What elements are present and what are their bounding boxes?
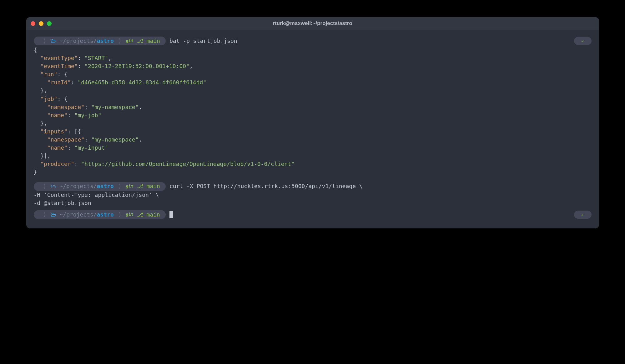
git-branch: main — [147, 182, 160, 190]
status-badge: ✓ — [574, 211, 592, 219]
json-output: { "eventType": "START", "eventTime": "20… — [34, 46, 592, 177]
folder-icon: 🗁 — [51, 182, 56, 190]
git-label: git — [126, 38, 134, 44]
prompt-segment-host: ) 🗁 ~/projects/astro ) git ⎇ main — [34, 210, 166, 219]
branch-icon: ⎇ — [137, 211, 144, 219]
separator: ) — [118, 211, 122, 219]
status-badge: ✓ — [574, 37, 592, 45]
git-label: git — [126, 212, 134, 217]
path: ~/projects/astro — [59, 37, 113, 45]
separator: ) — [43, 182, 47, 190]
branch-icon: ⎇ — [137, 37, 144, 45]
folder-icon: 🗁 — [51, 37, 56, 45]
minimize-icon[interactable] — [39, 21, 43, 26]
titlebar: rturk@maxwell:~/projects/astro — [26, 17, 599, 30]
terminal-body[interactable]: ) 🗁 ~/projects/astro ) git ⎇ main bat -p… — [26, 30, 599, 228]
path: ~/projects/astro — [59, 211, 113, 219]
prompt-row-2: ) 🗁 ~/projects/astro ) git ⎇ main curl -… — [34, 182, 592, 191]
prompt-segment-host: ) 🗁 ~/projects/astro ) git ⎇ main — [34, 182, 166, 191]
check-icon: ✓ — [581, 38, 584, 44]
branch-icon: ⎇ — [137, 182, 144, 190]
command-continuation: -H 'Content-Type: application/json' \ — [34, 191, 592, 199]
command-text: curl -X POST http://nuckles.rtrk.us:5000… — [169, 182, 363, 190]
window-controls — [31, 21, 52, 26]
path: ~/projects/astro — [59, 182, 113, 190]
git-branch: main — [147, 211, 160, 219]
separator: ) — [43, 37, 47, 45]
git-branch: main — [147, 37, 160, 45]
prompt-row-3: ) 🗁 ~/projects/astro ) git ⎇ main ✓ — [34, 210, 592, 219]
command-text: bat -p startjob.json — [169, 37, 237, 45]
command-continuation: -d @startjob.json — [34, 199, 592, 207]
window-title: rturk@maxwell:~/projects/astro — [273, 20, 352, 27]
folder-icon: 🗁 — [51, 211, 56, 219]
git-label: git — [126, 183, 134, 189]
cursor — [169, 211, 173, 218]
separator: ) — [118, 182, 122, 190]
prompt-segment-host: ) 🗁 ~/projects/astro ) git ⎇ main — [34, 37, 166, 45]
terminal-window: rturk@maxwell:~/projects/astro ) 🗁 ~/pro… — [26, 17, 599, 228]
prompt-row-1: ) 🗁 ~/projects/astro ) git ⎇ main bat -p… — [34, 37, 592, 45]
close-icon[interactable] — [31, 21, 35, 26]
separator: ) — [43, 211, 47, 219]
zoom-icon[interactable] — [47, 21, 52, 26]
separator: ) — [118, 37, 122, 45]
check-icon: ✓ — [581, 212, 584, 218]
